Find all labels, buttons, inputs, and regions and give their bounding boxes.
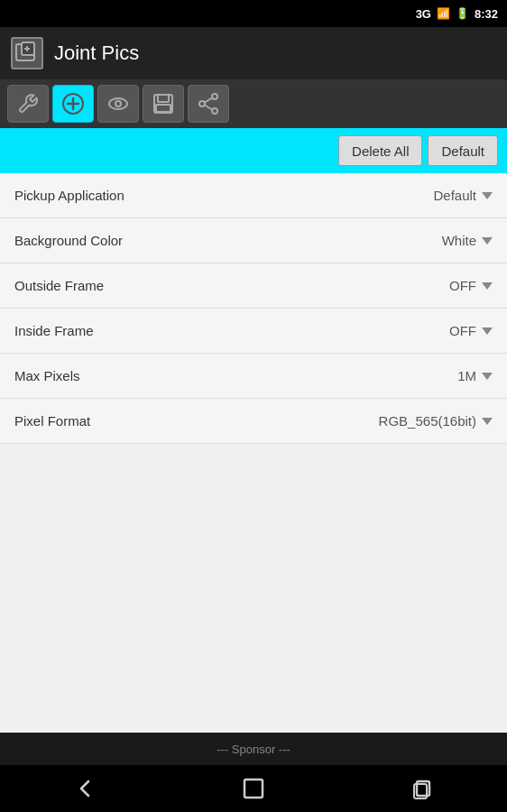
- inside-frame-chevron: [482, 328, 493, 335]
- add-circle-button[interactable]: [52, 85, 94, 123]
- pixel-format-value-wrap: RGB_565(16bit): [379, 413, 493, 429]
- background-color-label: Background Color: [14, 233, 123, 248]
- pickup-application-chevron: [482, 192, 493, 199]
- delete-all-button[interactable]: Delete All: [338, 135, 422, 166]
- home-button[interactable]: [226, 770, 281, 807]
- outside-frame-chevron: [482, 282, 493, 290]
- setting-inside-frame[interactable]: Inside Frame OFF: [0, 309, 507, 354]
- save-button[interactable]: [143, 85, 184, 123]
- status-bar: 3G 📶 🔋 8:32: [0, 0, 507, 27]
- app-icon: [11, 37, 43, 69]
- nav-bar: [0, 765, 507, 812]
- svg-point-7: [109, 98, 127, 109]
- wifi-icon: 📶: [437, 7, 450, 20]
- settings-list: Pickup Application Default Background Co…: [0, 173, 507, 444]
- setting-max-pixels[interactable]: Max Pixels 1M: [0, 354, 507, 399]
- sponsor-bar: --- Sponsor ---: [0, 733, 507, 765]
- back-button[interactable]: [58, 770, 112, 807]
- pixel-format-chevron: [482, 418, 493, 425]
- background-color-chevron: [482, 237, 493, 245]
- svg-point-12: [212, 94, 217, 99]
- recent-apps-button[interactable]: [395, 770, 449, 807]
- background-color-value: White: [442, 233, 476, 248]
- inside-frame-value: OFF: [449, 323, 476, 338]
- outside-frame-value: OFF: [449, 278, 476, 293]
- signal-indicator: 3G: [416, 7, 431, 21]
- outside-frame-value-wrap: OFF: [449, 278, 493, 293]
- svg-rect-11: [156, 105, 171, 112]
- outside-frame-label: Outside Frame: [14, 278, 104, 293]
- background-color-value-wrap: White: [442, 233, 493, 248]
- max-pixels-value: 1M: [457, 368, 476, 383]
- battery-icon: 🔋: [456, 7, 469, 20]
- sponsor-text: --- Sponsor ---: [217, 743, 290, 756]
- pickup-application-label: Pickup Application: [14, 188, 124, 203]
- toolbar: [0, 79, 507, 128]
- default-button[interactable]: Default: [428, 135, 498, 166]
- setting-outside-frame[interactable]: Outside Frame OFF: [0, 263, 507, 309]
- svg-rect-10: [158, 95, 169, 102]
- pixel-format-label: Pixel Format: [14, 413, 90, 429]
- pickup-application-value-wrap: Default: [433, 188, 493, 203]
- action-banner: Delete All Default: [0, 128, 507, 173]
- svg-line-15: [205, 98, 212, 103]
- svg-point-8: [115, 101, 121, 106]
- svg-line-16: [205, 106, 212, 110]
- setting-background-color[interactable]: Background Color White: [0, 218, 507, 263]
- setting-pixel-format[interactable]: Pixel Format RGB_565(16bit): [0, 399, 507, 444]
- setting-pickup-application[interactable]: Pickup Application Default: [0, 173, 507, 218]
- max-pixels-value-wrap: 1M: [457, 368, 493, 383]
- title-bar: Joint Pics: [0, 27, 507, 79]
- svg-rect-17: [244, 780, 263, 798]
- inside-frame-value-wrap: OFF: [449, 323, 493, 338]
- app-title: Joint Pics: [54, 42, 139, 65]
- pickup-application-value: Default: [433, 188, 476, 203]
- pixel-format-value: RGB_565(16bit): [379, 413, 476, 429]
- svg-point-14: [212, 108, 217, 114]
- max-pixels-label: Max Pixels: [14, 368, 80, 383]
- svg-point-13: [199, 101, 205, 106]
- wrench-button[interactable]: [7, 85, 49, 123]
- eye-button[interactable]: [97, 85, 139, 123]
- inside-frame-label: Inside Frame: [14, 323, 94, 338]
- clock: 8:32: [475, 7, 498, 21]
- max-pixels-chevron: [482, 373, 493, 380]
- share-button[interactable]: [188, 85, 229, 123]
